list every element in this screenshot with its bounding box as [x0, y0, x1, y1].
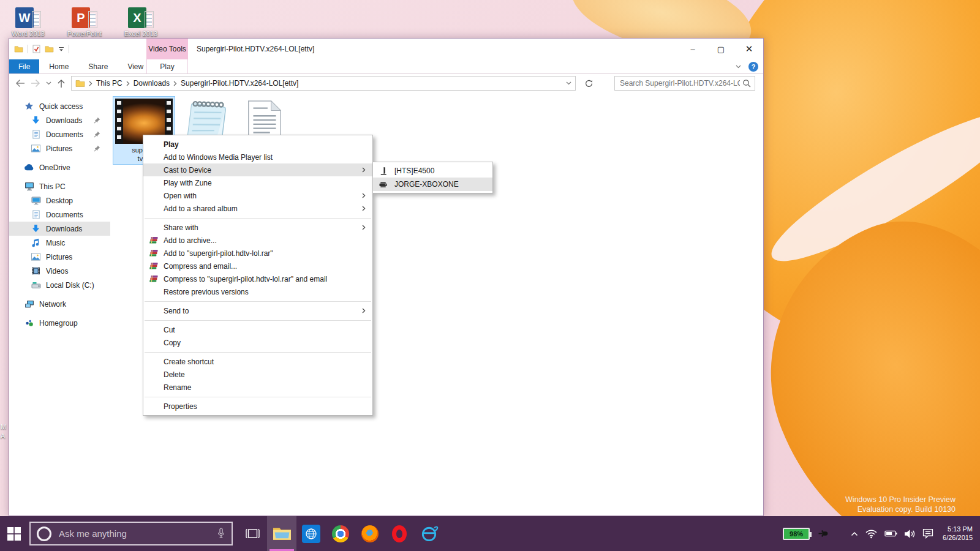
sidebar-item-onedrive[interactable]: OneDrive [9, 160, 110, 174]
menu-item-add-to-a-shared-album[interactable]: Add to a shared album [143, 202, 372, 215]
sidebar-item-documents[interactable]: Documents [9, 127, 110, 141]
microphone-icon[interactable] [217, 528, 225, 540]
menu-item-copy[interactable]: Copy [143, 336, 372, 349]
watermark-line2: Evaluation copy. Build 10130 [845, 504, 956, 514]
sidebar-item-videos[interactable]: Videos [9, 264, 110, 278]
qat-new-folder-icon[interactable] [45, 45, 54, 53]
menu-item-play[interactable]: Play [143, 138, 372, 151]
breadcrumb-segment[interactable]: This PC [96, 79, 123, 88]
document-icon [31, 210, 41, 219]
video-tools-contextual-tab[interactable]: Video Tools [146, 39, 188, 59]
sidebar-item-downloads[interactable]: Downloads [9, 222, 110, 236]
cast-device-jorge-xboxone[interactable]: JORGE-XBOXONE [373, 178, 492, 191]
breadcrumb-segment[interactable]: Supergirl-Pilot.HDTV.x264-LOL[ettv] [181, 79, 298, 88]
taskbar-app-edge[interactable] [296, 516, 326, 551]
close-button[interactable]: ✕ [735, 39, 763, 59]
sidebar-item-label: Local Disk (C:) [46, 281, 94, 290]
taskbar-search-input[interactable] [59, 528, 209, 539]
music-note-icon [31, 238, 41, 247]
sidebar-item-pictures[interactable]: Pictures [9, 141, 110, 156]
sidebar-item-documents[interactable]: Documents [9, 208, 110, 222]
downloads-arrow-icon [31, 224, 41, 233]
sidebar-item-network[interactable]: Network [9, 297, 110, 311]
qat-folder-icon[interactable] [14, 45, 23, 53]
battery-icon[interactable] [884, 530, 897, 538]
start-button[interactable] [0, 516, 28, 551]
desktop-icon-powerpoint[interactable]: PPowerPoint [65, 5, 104, 37]
wifi-icon[interactable] [865, 529, 878, 539]
taskbar-app-internet-explorer[interactable] [414, 516, 443, 551]
sidebar-item-local-disk-c-[interactable]: Local Disk (C:) [9, 278, 110, 292]
tab-home[interactable]: Home [39, 59, 78, 73]
sidebar-item-music[interactable]: Music [9, 236, 110, 250]
search-icon[interactable] [742, 79, 755, 88]
menu-item-add-to-windows-media-player-list[interactable]: Add to Windows Media Player list [143, 151, 372, 163]
power-plug-icon[interactable] [816, 528, 830, 539]
up-icon[interactable] [57, 79, 66, 88]
help-icon[interactable]: ? [748, 62, 758, 72]
taskbar-app-opera[interactable] [385, 516, 414, 551]
menu-item-send-to[interactable]: Send to [143, 304, 372, 317]
menu-item-add-to-archive[interactable]: Add to archive... [143, 234, 372, 247]
speaker-icon[interactable] [904, 529, 916, 539]
submenu-arrow-icon [362, 308, 368, 313]
tab-share[interactable]: Share [78, 59, 118, 73]
refresh-button[interactable] [581, 76, 596, 91]
menu-item-open-with[interactable]: Open with [143, 189, 372, 202]
sidebar-item-pictures[interactable]: Pictures [9, 250, 110, 264]
tray-chevron-up-icon[interactable] [851, 531, 858, 536]
back-icon[interactable] [15, 79, 25, 88]
menu-item-compress-to-supergirl-pilot-hdtv-lol-rar-and-email[interactable]: Compress to "supergirl-pilot.hdtv-lol.ra… [143, 272, 372, 285]
watermark-line1: Windows 10 Pro Insider Preview [845, 495, 956, 504]
opera-icon [392, 525, 407, 542]
menu-item-cut[interactable]: Cut [143, 323, 372, 336]
forward-icon[interactable] [31, 79, 40, 88]
address-dropdown-chevron-icon[interactable] [566, 81, 571, 85]
desktop-icon-excel[interactable]: XExcel 2013 [121, 5, 160, 37]
menu-item-share-with[interactable]: Share with [143, 221, 372, 234]
menu-separator [145, 397, 371, 397]
sidebar-item-homegroup[interactable]: Homegroup [9, 316, 110, 330]
taskbar-clock[interactable]: 5:13 PM 6/26/2015 [940, 525, 973, 542]
sidebar-item-label: Homegroup [39, 319, 78, 328]
menu-item-rename[interactable]: Rename [143, 381, 372, 394]
tab-file[interactable]: File [9, 59, 39, 73]
minimize-button[interactable]: – [679, 39, 707, 59]
desktop-icon-word[interactable]: WWord 2013 [9, 5, 48, 37]
cast-device--hts-e4500[interactable]: [HTS]E4500 [373, 164, 492, 178]
qat-customize-icon[interactable] [58, 47, 64, 52]
menu-item-add-to-supergirl-pilot-hdtv-lol-rar[interactable]: Add to "supergirl-pilot.hdtv-lol.rar" [143, 247, 372, 260]
sidebar-item-desktop[interactable]: Desktop [9, 193, 110, 208]
action-center-icon[interactable] [922, 528, 933, 539]
menu-item-play-with-zune[interactable]: Play with Zune [143, 176, 372, 189]
menu-item-compress-and-email[interactable]: Compress and email... [143, 260, 372, 272]
battery-percent-indicator[interactable]: 98% [783, 528, 810, 540]
breadcrumb-separator-icon [126, 81, 130, 86]
taskbar-app-chrome[interactable] [326, 516, 355, 551]
maximize-button[interactable]: ▢ [707, 39, 735, 59]
xbox-device-icon [379, 181, 394, 189]
sidebar-item-downloads[interactable]: Downloads [9, 113, 110, 127]
menu-item-cast-to-device[interactable]: Cast to Device [143, 163, 372, 176]
taskbar-app-task-view[interactable] [238, 516, 267, 551]
taskbar-app-firefox[interactable] [355, 516, 385, 551]
breadcrumb-segment[interactable]: Downloads [134, 79, 170, 88]
taskbar-app-file-explorer[interactable] [267, 516, 296, 551]
quick-access-toolbar [9, 45, 69, 53]
sidebar-item-this-pc[interactable]: This PC [9, 179, 110, 193]
qat-properties-icon[interactable] [32, 45, 40, 53]
menu-item-restore-previous-versions[interactable]: Restore previous versions [143, 285, 372, 298]
sidebar-item-quick-access[interactable]: Quick access [9, 99, 110, 113]
menu-item-delete[interactable]: Delete [143, 368, 372, 381]
video-film-icon [31, 267, 41, 275]
ribbon-collapse-chevron-icon[interactable] [736, 65, 741, 69]
address-bar[interactable]: This PCDownloadsSupergirl-Pilot.HDTV.x26… [71, 76, 576, 91]
desktop-icons: WWord 2013PPowerPointXExcel 2013 [9, 5, 160, 37]
cortana-search-box[interactable] [29, 522, 233, 545]
search-input[interactable] [615, 79, 742, 88]
menu-item-create-shortcut[interactable]: Create shortcut [143, 355, 372, 368]
pin-icon [94, 117, 100, 124]
recent-locations-chevron-icon[interactable] [46, 81, 51, 85]
tab-play[interactable]: Play [146, 59, 188, 73]
menu-item-properties[interactable]: Properties [143, 400, 372, 413]
